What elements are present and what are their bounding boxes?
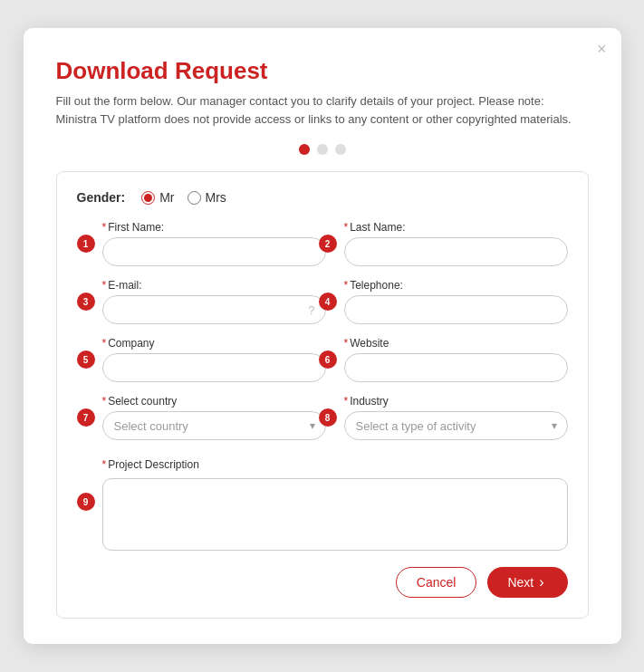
- field-company: 5 *Company: [102, 337, 326, 382]
- field-email: 3 *E-mail: ?: [102, 279, 326, 324]
- gender-mrs-label: Mrs: [206, 190, 226, 205]
- field-number-9: 9: [77, 493, 95, 511]
- next-button[interactable]: Next ›: [487, 567, 567, 598]
- modal: × Download Request Fill out the form bel…: [24, 28, 621, 644]
- company-input[interactable]: [102, 353, 326, 382]
- step-dot-3: [335, 144, 346, 155]
- industry-select[interactable]: Select a type of activity: [344, 411, 568, 440]
- stepper: [56, 144, 589, 155]
- form-grid: 1 *First Name: 2 *Last Name:: [102, 221, 568, 440]
- field-country: 7 *Select country Select country: [102, 395, 326, 440]
- country-select-wrapper: Select country: [102, 411, 326, 440]
- first-name-label: *First Name:: [102, 221, 326, 234]
- email-input[interactable]: [102, 295, 326, 324]
- field-website: 6 *Website: [344, 337, 568, 382]
- next-button-label: Next: [507, 575, 533, 590]
- form-card: Gender: Mr Mrs 1: [56, 171, 589, 619]
- website-label: *Website: [344, 337, 568, 350]
- field-number-8: 8: [319, 408, 337, 427]
- last-name-input[interactable]: [344, 237, 568, 266]
- email-label: *E-mail:: [102, 279, 326, 292]
- field-industry: 8 *Industry Select a type of activity: [344, 395, 568, 440]
- project-description-label: *Project Description: [102, 458, 568, 471]
- country-label: *Select country: [102, 395, 326, 408]
- field-number-6: 6: [319, 350, 337, 369]
- first-name-input[interactable]: [102, 237, 326, 266]
- step-dot-1: [299, 144, 310, 155]
- field-project-description: 9 *Project Description: [102, 453, 568, 551]
- country-select[interactable]: Select country: [102, 411, 326, 440]
- modal-title: Download Request: [56, 57, 589, 85]
- field-last-name: 2 *Last Name:: [344, 221, 568, 266]
- field-first-name: 1 *First Name:: [102, 221, 326, 266]
- field-telephone: 4 *Telephone:: [344, 279, 568, 324]
- next-arrow-icon: ›: [539, 574, 543, 590]
- field-number-2: 2: [319, 235, 337, 253]
- gender-row: Gender: Mr Mrs: [77, 190, 568, 205]
- gender-mrs-radio[interactable]: [187, 191, 201, 205]
- website-input[interactable]: [344, 353, 568, 382]
- step-dot-2: [317, 144, 328, 155]
- company-label: *Company: [102, 337, 326, 350]
- field-number-1: 1: [77, 235, 95, 253]
- project-description-textarea[interactable]: [102, 478, 568, 551]
- telephone-input[interactable]: [344, 295, 568, 324]
- gender-mr-option[interactable]: Mr: [141, 190, 174, 205]
- modal-description: Fill out the form below. Our manager con…: [56, 92, 589, 128]
- gender-mr-radio[interactable]: [141, 191, 155, 205]
- field-number-4: 4: [319, 293, 337, 311]
- industry-select-wrapper: Select a type of activity: [344, 411, 568, 440]
- field-number-7: 7: [77, 408, 95, 427]
- field-number-3: 3: [77, 293, 95, 311]
- cancel-button[interactable]: Cancel: [396, 567, 477, 598]
- modal-overlay: × Download Request Fill out the form bel…: [0, 0, 644, 672]
- field-number-5: 5: [77, 350, 95, 369]
- close-button[interactable]: ×: [597, 41, 607, 57]
- telephone-label: *Telephone:: [344, 279, 568, 292]
- email-help-icon[interactable]: ?: [308, 303, 314, 317]
- last-name-label: *Last Name:: [344, 221, 568, 234]
- email-input-wrapper: ?: [102, 295, 326, 324]
- gender-mrs-option[interactable]: Mrs: [187, 190, 226, 205]
- gender-mr-label: Mr: [159, 190, 174, 205]
- industry-label: *Industry: [344, 395, 568, 408]
- gender-radio-group: Mr Mrs: [141, 190, 226, 205]
- gender-label: Gender:: [77, 190, 126, 205]
- button-row: Cancel Next ›: [77, 567, 568, 598]
